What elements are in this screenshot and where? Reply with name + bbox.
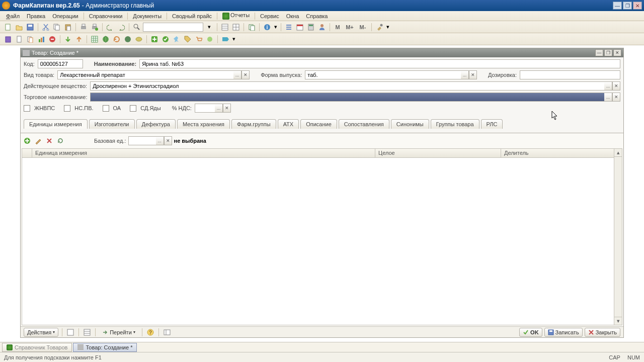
checkbox-zhnvps[interactable] bbox=[24, 105, 30, 112]
actions-button[interactable]: Действия ▾ bbox=[24, 328, 58, 337]
trade-select-btn[interactable]: ... bbox=[604, 93, 612, 102]
substance-clear-btn[interactable]: ✕ bbox=[612, 81, 620, 90]
search-icon[interactable] bbox=[132, 22, 142, 32]
mem-m[interactable]: M bbox=[333, 22, 343, 32]
tab-units[interactable]: Единицы измерения bbox=[24, 119, 88, 129]
menu-edit[interactable]: Правка bbox=[24, 12, 48, 20]
bb-icon3[interactable] bbox=[163, 328, 172, 337]
cart-icon[interactable] bbox=[194, 34, 204, 44]
up-icon[interactable] bbox=[74, 34, 84, 44]
row-del-icon[interactable] bbox=[45, 136, 54, 145]
copy-icon[interactable] bbox=[52, 22, 62, 32]
input-substance[interactable] bbox=[90, 81, 604, 90]
col-marker[interactable] bbox=[22, 149, 32, 157]
tab-desc[interactable]: Описание bbox=[300, 119, 337, 129]
sheet-icon[interactable] bbox=[90, 34, 100, 44]
baseunit-select-btn[interactable]: ... bbox=[156, 136, 164, 145]
nds-clear-btn[interactable]: ✕ bbox=[223, 104, 231, 113]
undo-icon[interactable] bbox=[105, 22, 115, 32]
check-icon[interactable] bbox=[160, 34, 171, 44]
tab-match[interactable]: Сопоставления bbox=[339, 119, 389, 129]
bb-icon2[interactable] bbox=[83, 328, 92, 337]
input-name[interactable] bbox=[139, 59, 620, 68]
tab-defect[interactable]: Дефектура bbox=[136, 119, 176, 129]
menu-file[interactable]: ФФайлайл bbox=[3, 12, 23, 20]
paste-icon[interactable] bbox=[63, 22, 73, 32]
tool-icon[interactable] bbox=[374, 22, 384, 32]
menu-service[interactable]: Сервис bbox=[257, 12, 282, 20]
input-code[interactable] bbox=[38, 59, 83, 68]
tab-pharmgroups[interactable]: Фарм.группы bbox=[231, 119, 276, 129]
cal-icon[interactable] bbox=[295, 22, 305, 32]
tab-syn[interactable]: Синонимы bbox=[391, 119, 429, 129]
checkbox-nspv[interactable] bbox=[64, 105, 70, 112]
ok-button[interactable]: OK bbox=[519, 328, 542, 337]
bb-icon1[interactable] bbox=[66, 328, 75, 337]
stop-icon[interactable] bbox=[47, 34, 57, 44]
checkbox-oa[interactable] bbox=[103, 105, 109, 112]
user-icon[interactable] bbox=[317, 22, 327, 32]
info-icon[interactable]: i bbox=[262, 22, 272, 32]
coin-icon[interactable] bbox=[134, 34, 144, 44]
goto-button[interactable]: Перейти ▾ bbox=[99, 328, 138, 336]
docs-icon[interactable] bbox=[25, 34, 35, 44]
row-refresh-icon[interactable] bbox=[56, 136, 65, 145]
list-icon[interactable] bbox=[220, 22, 230, 32]
save-icon[interactable] bbox=[25, 22, 35, 32]
close-button[interactable]: ✕ bbox=[633, 2, 642, 10]
redo-icon[interactable] bbox=[116, 22, 126, 32]
menu-docs[interactable]: Документы bbox=[130, 12, 165, 20]
input-dosage[interactable] bbox=[520, 70, 620, 79]
inner-close[interactable]: ✕ bbox=[613, 49, 621, 56]
checkbox-sdyady[interactable] bbox=[130, 105, 136, 112]
input-release[interactable] bbox=[305, 70, 461, 79]
new-icon[interactable] bbox=[3, 22, 13, 32]
grid-icon[interactable] bbox=[231, 22, 241, 32]
label-icon[interactable] bbox=[220, 34, 230, 44]
cut-icon[interactable] bbox=[41, 22, 51, 32]
dropdown-icon[interactable]: ▾ bbox=[204, 22, 214, 32]
minimize-button[interactable]: — bbox=[613, 2, 622, 10]
mem-mminus[interactable]: M- bbox=[357, 22, 369, 32]
print2-icon[interactable] bbox=[90, 22, 100, 32]
row-edit-icon[interactable] bbox=[34, 136, 43, 145]
menu-help[interactable]: Справка bbox=[303, 12, 331, 20]
dd3-icon[interactable]: ▾ bbox=[385, 22, 390, 32]
open-icon[interactable] bbox=[14, 22, 24, 32]
tab-rls[interactable]: РЛС bbox=[481, 119, 503, 129]
copy2-icon[interactable] bbox=[247, 22, 257, 32]
row-add-icon[interactable] bbox=[23, 136, 32, 145]
grid-scrollbar[interactable]: ▴ ▾ bbox=[614, 149, 622, 325]
taskbtn-ref[interactable]: Справочник Товаров bbox=[2, 343, 72, 352]
dd2-icon[interactable]: ▾ bbox=[273, 22, 278, 32]
input-trade[interactable] bbox=[90, 93, 604, 102]
save-button[interactable]: Записать bbox=[544, 328, 583, 337]
release-select-btn[interactable]: ... bbox=[461, 70, 469, 79]
taskbtn-create[interactable]: Товар: Создание * bbox=[73, 343, 137, 352]
input-nds[interactable] bbox=[195, 104, 215, 113]
inner-min[interactable]: — bbox=[595, 49, 603, 56]
tab-groups[interactable]: Группы товара bbox=[431, 119, 479, 129]
calc-icon[interactable] bbox=[306, 22, 316, 32]
book-icon[interactable] bbox=[3, 34, 13, 44]
trade-clear-btn[interactable]: ✕ bbox=[612, 93, 620, 102]
col-unit[interactable]: Единица измерения bbox=[32, 149, 375, 157]
tab-storage[interactable]: Места хранения bbox=[177, 119, 230, 129]
down-icon[interactable] bbox=[63, 34, 73, 44]
menu-windows[interactable]: Окна bbox=[283, 12, 302, 20]
dd4-icon[interactable]: ▾ bbox=[231, 34, 236, 44]
mem-mplus[interactable]: M+ bbox=[344, 22, 356, 32]
nds-select-btn[interactable]: ... bbox=[215, 104, 223, 113]
menu-refs[interactable]: Справочники bbox=[86, 12, 126, 20]
type-clear-btn[interactable]: ✕ bbox=[242, 70, 250, 79]
globe2-icon[interactable] bbox=[123, 34, 133, 44]
tab-makers[interactable]: Изготовители bbox=[89, 119, 135, 129]
tab-atx[interactable]: АТХ bbox=[278, 119, 299, 129]
list2-icon[interactable] bbox=[284, 22, 294, 32]
release-clear-btn[interactable]: ✕ bbox=[469, 70, 477, 79]
col-whole[interactable]: Целое bbox=[375, 149, 501, 157]
help-icon[interactable]: ? bbox=[146, 328, 155, 337]
refresh-icon[interactable] bbox=[112, 34, 122, 44]
restore-button[interactable]: ❐ bbox=[623, 2, 632, 10]
search-input[interactable] bbox=[143, 23, 203, 32]
